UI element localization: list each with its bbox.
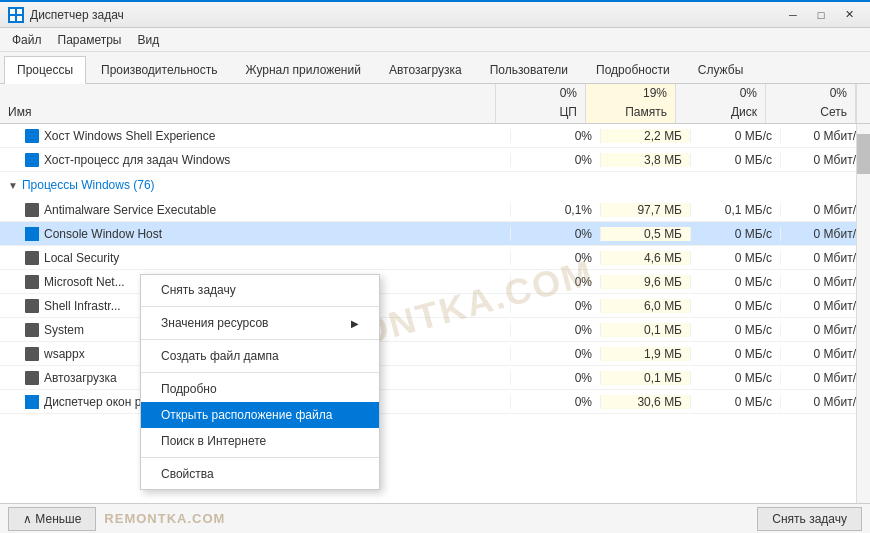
app-icon — [24, 128, 40, 144]
win-icon — [24, 226, 40, 242]
cpu-column-header: 0% ЦП — [496, 84, 586, 123]
table-row[interactable]: Диспетчер окон рабочего стола 0% 30,6 МБ… — [0, 390, 870, 414]
ctx-properties[interactable]: Свойства — [141, 461, 379, 487]
mem-val: 97,7 МБ — [600, 203, 690, 217]
svg-rect-1 — [17, 9, 22, 14]
disk-val: 0 МБ/с — [690, 153, 780, 167]
watermark-bottom: REMONTKA.COM — [104, 511, 225, 526]
table-row[interactable]: wsappx 0% 1,9 МБ 0 МБ/с 0 Мбит/с — [0, 342, 870, 366]
network-column-header: 0% Сеть — [766, 84, 856, 123]
mem-val: 0,1 МБ — [600, 371, 690, 385]
menu-file[interactable]: Файл — [4, 30, 50, 50]
win-icon — [24, 394, 40, 410]
main-content: Имя 0% ЦП 19% Память 0% Диск 0% Сеть — [0, 84, 870, 503]
window-title: Диспетчер задач — [30, 8, 780, 22]
sys-icon — [24, 370, 40, 386]
title-bar: Диспетчер задач ─ □ ✕ — [0, 0, 870, 28]
app-icon — [8, 7, 24, 23]
cpu-val: 0% — [510, 395, 600, 409]
cpu-val: 0% — [510, 129, 600, 143]
sys-icon — [24, 322, 40, 338]
tab-apphistory[interactable]: Журнал приложений — [233, 56, 374, 83]
column-name: Имя — [0, 84, 496, 123]
ctx-divider — [141, 372, 379, 373]
cpu-val: 0% — [510, 299, 600, 313]
disk-val: 0 МБ/с — [690, 323, 780, 337]
mem-val: 0,1 МБ — [600, 323, 690, 337]
scrollbar-thumb[interactable] — [857, 134, 870, 174]
column-metrics: 0% ЦП 19% Память 0% Диск 0% Сеть — [496, 84, 856, 123]
ctx-open-location[interactable]: Открыть расположение файла — [141, 402, 379, 428]
disk-val: 0 МБ/с — [690, 371, 780, 385]
tab-performance[interactable]: Производительность — [88, 56, 230, 83]
ctx-resource-values[interactable]: Значения ресурсов ▶ — [141, 310, 379, 336]
end-task-button[interactable]: Снять задачу — [757, 507, 862, 531]
submenu-arrow-icon: ▶ — [351, 318, 359, 329]
ctx-divider — [141, 457, 379, 458]
context-menu: Снять задачу Значения ресурсов ▶ Создать… — [140, 274, 380, 490]
table-row[interactable]: Автозагрузка 0% 0,1 МБ 0 МБ/с 0 Мбит/с — [0, 366, 870, 390]
mem-val: 9,6 МБ — [600, 275, 690, 289]
minimize-button[interactable]: ─ — [780, 4, 806, 26]
table-row[interactable]: Console Window Host 0% 0,5 МБ 0 МБ/с 0 М… — [0, 222, 870, 246]
ctx-create-dump[interactable]: Создать файл дампа — [141, 343, 379, 369]
tab-services[interactable]: Службы — [685, 56, 756, 83]
table-row[interactable]: Shell Infrastr... 0% 6,0 МБ 0 МБ/с 0 Мби… — [0, 294, 870, 318]
table-row[interactable]: Local Security 0% 4,6 МБ 0 МБ/с 0 Мбит/с — [0, 246, 870, 270]
mem-val: 30,6 МБ — [600, 395, 690, 409]
cpu-val: 0% — [510, 275, 600, 289]
cpu-val: 0% — [510, 227, 600, 241]
cpu-val: 0% — [510, 153, 600, 167]
tab-processes[interactable]: Процессы — [4, 56, 86, 84]
windows-processes-section[interactable]: ▼ Процессы Windows (76) — [0, 172, 870, 198]
row-name: Local Security — [0, 250, 510, 266]
table-row[interactable]: Microsoft Net... 0% 9,6 МБ 0 МБ/с 0 Мбит… — [0, 270, 870, 294]
column-headers: Имя 0% ЦП 19% Память 0% Диск 0% Сеть — [0, 84, 870, 124]
mem-val: 3,8 МБ — [600, 153, 690, 167]
disk-val: 0 МБ/с — [690, 275, 780, 289]
close-button[interactable]: ✕ — [836, 4, 862, 26]
tab-users[interactable]: Пользователи — [477, 56, 581, 83]
disk-val: 0 МБ/с — [690, 347, 780, 361]
memory-column-header: 19% Память — [586, 84, 676, 123]
sys-icon — [24, 202, 40, 218]
sys-icon — [24, 346, 40, 362]
disk-val: 0 МБ/с — [690, 395, 780, 409]
disk-val: 0 МБ/с — [690, 299, 780, 313]
row-name: Хост-процесс для задач Windows — [0, 152, 510, 168]
expand-icon: ▼ — [8, 180, 18, 191]
mem-val: 6,0 МБ — [600, 299, 690, 313]
tab-bar: Процессы Производительность Журнал прило… — [0, 52, 870, 84]
table-row[interactable]: Antimalware Service Executable 0,1% 97,7… — [0, 198, 870, 222]
ctx-divider — [141, 306, 379, 307]
ctx-divider — [141, 339, 379, 340]
tab-startup[interactable]: Автозагрузка — [376, 56, 475, 83]
mem-val: 0,5 МБ — [600, 227, 690, 241]
ctx-search-web[interactable]: Поиск в Интернете — [141, 428, 379, 454]
menu-bar: Файл Параметры Вид — [0, 28, 870, 52]
menu-view[interactable]: Вид — [129, 30, 167, 50]
svg-rect-2 — [10, 16, 15, 21]
ctx-end-task[interactable]: Снять задачу — [141, 277, 379, 303]
mem-val: 4,6 МБ — [600, 251, 690, 265]
scrollbar[interactable] — [856, 124, 870, 503]
mem-val: 1,9 МБ — [600, 347, 690, 361]
tab-details[interactable]: Подробности — [583, 56, 683, 83]
disk-val: 0,1 МБ/с — [690, 203, 780, 217]
table-row[interactable]: Хост-процесс для задач Windows 0% 3,8 МБ… — [0, 148, 870, 172]
mem-val: 2,2 МБ — [600, 129, 690, 143]
table-row[interactable]: Хост Windows Shell Experience 0% 2,2 МБ … — [0, 124, 870, 148]
sys-icon — [24, 298, 40, 314]
cpu-val: 0% — [510, 371, 600, 385]
less-button[interactable]: ∧ Меньше — [8, 507, 96, 531]
svg-rect-0 — [10, 9, 15, 14]
maximize-button[interactable]: □ — [808, 4, 834, 26]
app-icon — [24, 152, 40, 168]
svg-rect-3 — [17, 16, 22, 21]
menu-params[interactable]: Параметры — [50, 30, 130, 50]
ctx-details[interactable]: Подробно — [141, 376, 379, 402]
process-list[interactable]: Хост Windows Shell Experience 0% 2,2 МБ … — [0, 124, 870, 503]
bottom-bar: ∧ Меньше REMONTKA.COM Снять задачу — [0, 503, 870, 533]
sys-icon — [24, 250, 40, 266]
table-row[interactable]: System 0% 0,1 МБ 0 МБ/с 0 Мбит/с — [0, 318, 870, 342]
